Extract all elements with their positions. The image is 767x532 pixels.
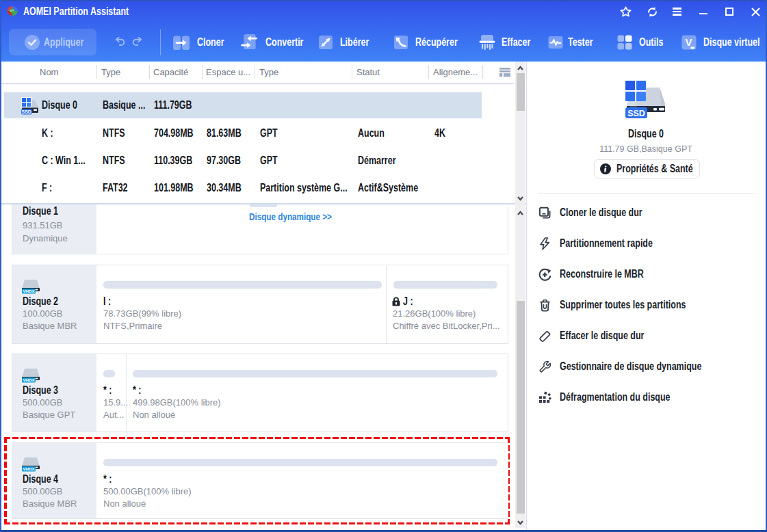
svg-text:SSD: SSD [21, 109, 31, 114]
svg-text:VHDX: VHDX [23, 466, 35, 471]
svg-text:V: V [685, 36, 692, 48]
svg-text:SSD: SSD [627, 109, 645, 118]
svg-text:VHDX: VHDX [23, 289, 35, 293]
svg-text:VHDX: VHDX [23, 377, 35, 382]
